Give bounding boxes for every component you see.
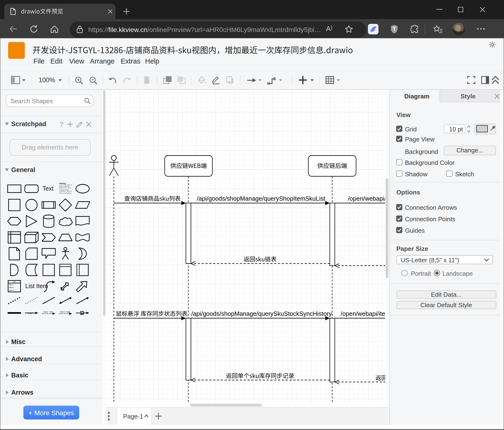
svg-text:Item 1: Item 1 — [9, 284, 14, 285]
svg-text:Item 2: Item 2 — [9, 286, 14, 288]
svg-text:Source: Source — [43, 311, 48, 313]
svg-text:/api/goods/shopManage/querySku: /api/goods/shopManage/querySkuStockSyncH… — [191, 310, 332, 317]
svg-text:/api/goods/shopManage/querySho: /api/goods/shopManage/queryShopItemSkuLi… — [197, 195, 325, 202]
svg-text:List: List — [13, 281, 16, 282]
svg-text:Label: Label — [27, 312, 32, 314]
svg-text:Source: Source — [60, 311, 65, 313]
svg-text:/open/webapi/itemStockSync: /open/webapi/itemStockSync — [341, 310, 389, 317]
svg-text:Item 3: Item 3 — [9, 289, 14, 291]
svg-text:/open/webapi/itemSkuList: /open/webapi/itemSkuList — [348, 195, 389, 202]
svg-text:label: label — [49, 311, 53, 313]
svg-text:Target: Target — [66, 311, 70, 313]
